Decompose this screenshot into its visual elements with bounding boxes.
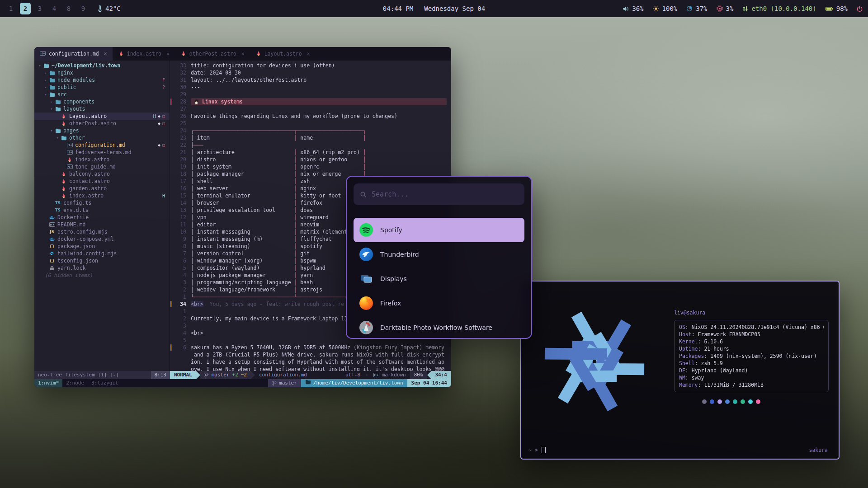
- tree-item-components[interactable]: ▸components: [34, 98, 170, 105]
- markdown-h1: Linux systems: [191, 98, 447, 105]
- tmux-window-3:lazygit[interactable]: 3:lazygit: [88, 379, 122, 387]
- network-module[interactable]: eth0 (10.0.0.140): [742, 5, 816, 12]
- info-os: OS: NixOS 24.11.20240828.71e91c4 (Vicuna…: [679, 324, 824, 331]
- sign-column: [170, 105, 175, 113]
- shell-prompt[interactable]: ~ >: [528, 447, 546, 453]
- tree-item-label: index.astro: [75, 156, 109, 163]
- line-number: 13: [175, 206, 186, 214]
- tree-item-contact.astro[interactable]: contact.astro: [34, 178, 170, 185]
- search-box[interactable]: Search...: [354, 183, 524, 205]
- launcher-item-Thunderbird[interactable]: Thunderbird: [354, 242, 524, 267]
- search-icon: [360, 191, 367, 198]
- tab-otherPost.astro[interactable]: otherPost.astro×: [175, 47, 250, 61]
- tree-item-label: fediverse-terms.md: [75, 149, 132, 155]
- workspace-9[interactable]: 9: [78, 3, 89, 14]
- tab-close-icon[interactable]: ×: [241, 51, 245, 57]
- brightness-module[interactable]: 100%: [653, 5, 678, 12]
- tree-item-package.json[interactable]: {}package.json: [34, 243, 170, 250]
- tmux-window-2:node[interactable]: 2:node: [62, 379, 88, 387]
- editor-line: ▎6sakura has a Ryzen 5 7640U, 32GB of DD…: [170, 344, 451, 351]
- tree-item-README.md[interactable]: README.md: [34, 221, 170, 228]
- editor-line: 26Favorite things regarding Linux and my…: [170, 113, 451, 120]
- tree-item-label: node_modules: [57, 77, 95, 83]
- sign-column: [170, 351, 175, 358]
- folder-icon: [54, 99, 61, 104]
- sign-column: [170, 329, 175, 337]
- sign-column: [170, 366, 175, 371]
- sign-column: [170, 308, 175, 315]
- sign-column: [170, 84, 175, 91]
- launcher-item-Spotify[interactable]: Spotify: [354, 218, 524, 242]
- tab-label: Layout.astro: [264, 51, 302, 57]
- launcher-item-Firefox[interactable]: Firefox: [354, 291, 524, 315]
- disk-module: 37%: [686, 5, 707, 12]
- tree-item-yarn.lock[interactable]: yarn.lock: [34, 264, 170, 272]
- tree-item-fediverse-terms.md[interactable]: fediverse-terms.md: [34, 149, 170, 156]
- editor-line: 33title: configuration for devices i use…: [170, 62, 451, 69]
- workspace-3[interactable]: 3: [34, 3, 45, 14]
- tree-item-garden.astro[interactable]: garden.astro: [34, 185, 170, 192]
- tab-index.astro[interactable]: index.astro×: [113, 47, 175, 61]
- expander-icon: ▸: [43, 70, 48, 75]
- git-changed: ~2: [241, 371, 247, 379]
- tab-Layout.astro[interactable]: Layout.astro×: [250, 47, 316, 61]
- folder-icon: [54, 107, 61, 112]
- tree-item-public[interactable]: ▸public?: [34, 84, 170, 91]
- workspace-8[interactable]: 8: [63, 3, 74, 14]
- tree-item-otherPost.astro[interactable]: otherPost.astro●□: [34, 120, 170, 127]
- tree-item-label: other: [69, 135, 85, 141]
- launcher-item-Displays[interactable]: Displays: [354, 267, 524, 291]
- markdown-icon: [48, 222, 56, 227]
- tmux-window-1:nvim*[interactable]: 1:nvim*: [34, 379, 62, 387]
- sign-column: [170, 286, 175, 293]
- expander-icon: ▾: [49, 128, 54, 133]
- tree-item-astro.config.mjs[interactable]: JSastro.config.mjs: [34, 228, 170, 235]
- workspace-2[interactable]: 2: [20, 3, 31, 14]
- sign-column: [170, 120, 175, 127]
- tree-item-Dockerfile[interactable]: Dockerfile: [34, 214, 170, 221]
- tree-item-label: Layout.astro: [69, 113, 107, 119]
- line-number: 4: [175, 329, 186, 337]
- sign-column: [170, 214, 175, 221]
- tree-item-tsconfig.json[interactable]: {}tsconfig.json: [34, 257, 170, 264]
- tree-item-label: env.d.ts: [63, 207, 88, 213]
- sign-column: [170, 170, 175, 178]
- tab-close-icon[interactable]: ×: [166, 51, 170, 57]
- tree-item-src[interactable]: ▾src: [34, 91, 170, 98]
- battery-value: 98%: [836, 5, 848, 12]
- tree-item-Layout.astro[interactable]: Layout.astroH●□: [34, 113, 170, 120]
- tab-close-icon[interactable]: ×: [104, 51, 107, 57]
- tree-item-nginx[interactable]: ▸nginx: [34, 69, 170, 76]
- workspace-1[interactable]: 1: [5, 3, 16, 14]
- tree-item-index.astro[interactable]: index.astroH: [34, 192, 170, 199]
- tree-item-other[interactable]: ▾other: [34, 134, 170, 141]
- tree-item-env.d.ts[interactable]: TSenv.d.ts: [34, 206, 170, 214]
- tree-item-configuration.md[interactable]: configuration.md●□: [34, 141, 170, 149]
- tab-close-icon[interactable]: ×: [307, 51, 310, 57]
- line-number: [175, 358, 186, 366]
- statusline-row: neo-tree filesystem [1] [-] 8:13 NORMAL …: [34, 371, 451, 379]
- tree-item-config.ts[interactable]: TSconfig.ts: [34, 199, 170, 206]
- tree-item-tone-guide.md[interactable]: tone-guide.md: [34, 163, 170, 170]
- line-number: 26: [175, 113, 186, 120]
- tree-item-node_modules[interactable]: ▸node_modulesE: [34, 76, 170, 84]
- tree-item-label: components: [63, 99, 94, 105]
- tab-configuration.md[interactable]: configuration.md×: [34, 47, 113, 61]
- launcher-item-Darktable Photo Workflow Software[interactable]: Darktable Photo Workflow Software: [354, 315, 524, 339]
- hidden-items-note: (6 hidden items): [34, 272, 170, 278]
- tree-item-layouts[interactable]: ▾layouts: [34, 105, 170, 113]
- workspace-4[interactable]: 4: [49, 3, 60, 14]
- volume-module[interactable]: 36%: [623, 5, 643, 12]
- sign-column: [170, 185, 175, 192]
- tree-item-label: src: [57, 91, 67, 98]
- tree-root[interactable]: ▾ ~/Development/liv.town: [34, 62, 170, 69]
- tree-item-tailwind.config.mjs[interactable]: tailwind.config.mjs: [34, 250, 170, 257]
- tree-item-index.astro[interactable]: index.astro: [34, 156, 170, 163]
- tree-item-label: pages: [63, 127, 79, 134]
- tree-item-docker-compose.yml[interactable]: docker-compose.yml: [34, 235, 170, 243]
- astro-icon: [60, 186, 67, 191]
- tree-item-pages[interactable]: ▾pages: [34, 127, 170, 134]
- tree-item-balcony.astro[interactable]: balcony.astro: [34, 170, 170, 178]
- darktable-icon: [359, 321, 373, 334]
- power-button[interactable]: [857, 6, 863, 12]
